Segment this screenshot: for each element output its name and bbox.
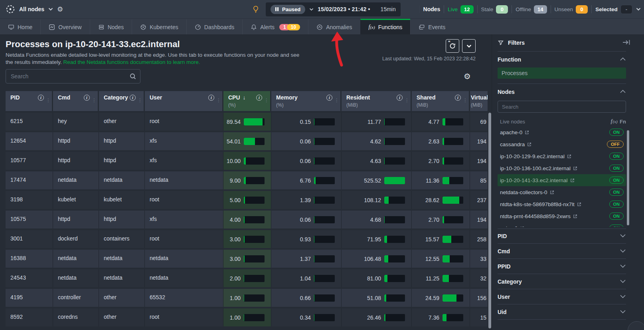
nodes-search-input[interactable] (498, 101, 626, 113)
node-item[interactable]: ntdta-k8s-ste-58697b8f8d-nx7ltON (498, 198, 626, 210)
node-fn-toggle[interactable]: ON (609, 165, 624, 172)
column-menu-icon[interactable]: ⋮ (334, 97, 339, 103)
info-icon[interactable]: i (130, 95, 136, 101)
docs-link[interactable]: Read the Netdata functions documentation… (63, 59, 200, 65)
column-header-shared[interactable]: Shared(MiB)i⋮ (412, 91, 470, 111)
tab-overview[interactable]: Overview (40, 19, 89, 34)
node-fn-toggle[interactable]: ON (609, 189, 624, 196)
external-link-icon[interactable] (570, 178, 575, 183)
info-icon[interactable]: i (397, 95, 403, 101)
node-fn-toggle[interactable]: ON (609, 153, 624, 160)
chevron-down-icon[interactable] (620, 233, 626, 240)
chevron-down-icon[interactable] (620, 248, 626, 255)
chevron-down-icon[interactable] (48, 8, 53, 11)
nodes-unseen[interactable]: Unseen 0 (555, 5, 588, 14)
tab-alerts[interactable]: Alerts110 (242, 19, 308, 34)
info-icon[interactable]: i (208, 95, 214, 101)
column-menu-icon[interactable]: ⋮ (138, 97, 142, 103)
column-menu-icon[interactable]: ⋮ (463, 97, 468, 103)
space-label[interactable]: All nodes (19, 6, 44, 12)
column-menu-icon[interactable]: ⋮ (92, 97, 97, 103)
column-menu-icon[interactable]: ⋮ (216, 97, 221, 103)
info-icon[interactable]: i (84, 95, 90, 101)
chevron-down-icon[interactable] (309, 8, 314, 11)
filter-section-nodes[interactable]: Nodes (498, 84, 626, 100)
window-label[interactable]: 15min (381, 6, 396, 12)
table-settings-gear-icon[interactable]: ⚙ (464, 72, 471, 81)
floating-button-partial[interactable] (628, 321, 644, 330)
node-item[interactable]: apache-0ON (498, 126, 626, 138)
datetime-label[interactable]: 15/02/2023 • 21:42 • (318, 6, 370, 12)
node-item[interactable]: ip-10-20-141-33.ec2.internalON (498, 174, 626, 186)
column-header-virtual[interactable]: Virtual(MiB) (470, 91, 488, 111)
node-fn-toggle[interactable]: ON (609, 177, 624, 184)
external-link-icon[interactable] (577, 202, 581, 207)
column-header-pid[interactable]: PIDi⋮ (6, 91, 53, 111)
filter-section-user[interactable]: User (498, 289, 626, 304)
node-fn-toggle[interactable]: OFF (607, 141, 624, 148)
tab-home[interactable]: Home (0, 19, 40, 34)
column-header-category[interactable]: Categoryi⋮ (99, 91, 145, 111)
pause-button[interactable]: Paused (271, 5, 305, 14)
tab-dashboards[interactable]: Dashboards (186, 19, 243, 34)
external-link-icon[interactable] (550, 190, 554, 195)
column-menu-icon[interactable]: ⋮ (264, 97, 269, 103)
filter-section-uid[interactable]: Uid (498, 304, 626, 320)
node-fn-toggle[interactable]: ON (609, 213, 624, 220)
refresh-options-button[interactable] (462, 39, 476, 53)
column-menu-icon[interactable]: ⋮ (405, 97, 409, 103)
column-header-resident[interactable]: Resident(MiB)i⋮ (342, 91, 412, 111)
column-menu-icon[interactable]: ⋮ (46, 97, 51, 103)
node-item[interactable]: netdata-collectors-0ON (498, 186, 626, 198)
refresh-button[interactable]: " (446, 39, 459, 53)
node-item[interactable]: nginx-0ON (498, 222, 626, 227)
info-icon[interactable]: i (326, 95, 332, 101)
collapse-right-icon[interactable] (622, 39, 631, 47)
bulb-icon[interactable] (251, 5, 260, 14)
node-item[interactable]: ntdta-prnt-644588d859-2xwrsON (498, 210, 626, 222)
gear-icon[interactable]: ⚙ (57, 6, 63, 13)
tab-kubernetes[interactable]: Kubernetes (132, 19, 186, 34)
node-item[interactable]: ip-10-20-136-100.ec2.internalON (498, 162, 626, 174)
function-selected-item[interactable]: Processes (498, 68, 626, 79)
sort-desc-icon[interactable]: ↓ (243, 94, 246, 101)
external-link-icon[interactable] (573, 214, 577, 219)
external-link-icon[interactable] (573, 166, 577, 171)
node-fn-toggle[interactable]: ON (609, 129, 624, 136)
external-link-icon[interactable] (520, 226, 524, 227)
info-icon[interactable]: i (455, 95, 461, 101)
chevron-up-icon[interactable] (620, 56, 626, 63)
chevron-down-icon[interactable] (620, 278, 626, 285)
node-fn-toggle[interactable]: ON (609, 201, 624, 208)
column-header-user[interactable]: Useri⋮ (145, 91, 223, 111)
node-item[interactable]: ip-10-20-129-9.ec2.internalON (498, 150, 626, 162)
filter-section-pid[interactable]: PID (498, 229, 626, 244)
filter-section-ppid[interactable]: PPID (498, 259, 626, 274)
tab-functions[interactable]: f(x)Functions (360, 19, 411, 34)
table-scrollbar[interactable] (488, 113, 491, 328)
filter-section-category[interactable]: Category (498, 274, 626, 289)
chevron-down-icon[interactable] (636, 8, 641, 11)
node-item[interactable]: cassandraOFF (498, 138, 626, 150)
filter-section-function[interactable]: Function (498, 52, 626, 68)
space-selector[interactable]: All nodes ⚙ (6, 0, 63, 18)
info-icon[interactable]: i (38, 95, 44, 101)
nodes-list-scrollbar[interactable] (627, 130, 629, 225)
nodes-stale[interactable]: Stale 0 (481, 5, 508, 14)
chevron-down-icon[interactable] (620, 263, 626, 270)
tab-events[interactable]: Events (410, 19, 453, 34)
nodes-offline[interactable]: Offline 14 (516, 5, 547, 14)
search-input[interactable] (6, 69, 140, 83)
node-fn-toggle[interactable]: ON (609, 225, 624, 227)
nodes-live[interactable]: Live 12 (448, 5, 473, 14)
column-header-memory[interactable]: Memory(%)i⋮ (271, 91, 342, 111)
tab-anomalies[interactable]: Anomalies (308, 19, 360, 34)
nodes-selected[interactable]: Selected - (595, 5, 632, 14)
external-link-icon[interactable] (567, 154, 571, 159)
external-link-icon[interactable] (527, 142, 531, 147)
chevron-down-icon[interactable] (620, 293, 626, 300)
external-link-icon[interactable] (525, 130, 529, 135)
chevron-down-icon[interactable] (620, 308, 626, 316)
chevron-up-icon[interactable] (620, 88, 626, 95)
filter-section-cmd[interactable]: Cmd (498, 244, 626, 259)
